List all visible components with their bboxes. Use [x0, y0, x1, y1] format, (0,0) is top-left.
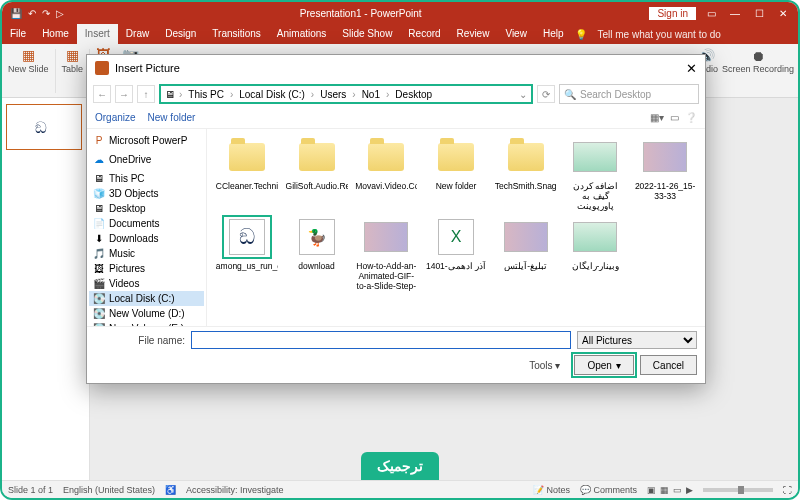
dialog-icon [95, 61, 109, 75]
file-item[interactable]: TechSmith.SnagIt.2020.1.3.6046.Portable.… [492, 135, 560, 211]
file-item[interactable]: CCleaner.Technician.6.05.10110.Portable [213, 135, 281, 211]
chevron-down-icon: ▾ [616, 360, 621, 371]
pc-icon: 🖥 [165, 89, 175, 100]
accessibility-status[interactable]: Accessibility: Investigate [186, 485, 284, 495]
slide-indicator: Slide 1 of 1 [8, 485, 53, 495]
chevron-down-icon[interactable]: ⌄ [519, 89, 527, 100]
new-slide-button[interactable]: ▦ New Slide [2, 44, 55, 97]
tab-view[interactable]: View [497, 24, 535, 44]
nav-onedrive[interactable]: ☁OneDrive [89, 152, 204, 167]
preview-pane-icon[interactable]: ▭ [670, 112, 679, 123]
start-icon[interactable]: ▷ [56, 8, 64, 19]
filter-select[interactable]: All Pictures [577, 331, 697, 349]
nav-pictures[interactable]: 🖼Pictures [89, 261, 204, 276]
notes-button[interactable]: 📝 Notes [533, 485, 570, 495]
save-icon[interactable]: 💾 [10, 8, 22, 19]
tab-design[interactable]: Design [157, 24, 204, 44]
breadcrumb[interactable]: 🖥› This PC› Local Disk (C:)› Users› No1›… [159, 84, 533, 104]
minimize-icon[interactable]: — [726, 8, 744, 19]
title-bar: 💾 ↶ ↷ ▷ Presentation1 - PowerPoint Sign … [2, 2, 798, 24]
up-button[interactable]: ↑ [137, 85, 155, 103]
status-bar: Slide 1 of 1 English (United States) ♿ A… [2, 480, 798, 498]
filename-label: File name: [95, 335, 185, 346]
maximize-icon[interactable]: ☐ [750, 8, 768, 19]
watermark-brand: ترجمیک [361, 452, 439, 480]
forward-button[interactable]: → [115, 85, 133, 103]
nav-drive-c[interactable]: 💽Local Disk (C:) [89, 291, 204, 306]
search-input[interactable]: 🔍 Search Desktop [559, 84, 699, 104]
zoom-slider[interactable] [703, 488, 773, 492]
tab-record[interactable]: Record [400, 24, 448, 44]
organize-menu[interactable]: Organize [95, 112, 136, 123]
slide-thumb-1[interactable]: ඞ [6, 104, 82, 150]
file-item[interactable]: تبلیغ-آیلتس [492, 215, 560, 291]
comments-button[interactable]: 💬 Comments [580, 485, 637, 495]
screen-rec-icon: ⏺ [751, 48, 765, 64]
nav-music[interactable]: 🎵Music [89, 246, 204, 261]
tab-insert[interactable]: Insert [77, 24, 118, 44]
back-button[interactable]: ← [93, 85, 111, 103]
tab-transitions[interactable]: Transitions [204, 24, 269, 44]
nav-thispc[interactable]: 🖥This PC [89, 171, 204, 186]
dialog-close-button[interactable]: ✕ [686, 61, 697, 76]
new-folder-button[interactable]: New folder [148, 112, 196, 123]
help-icon[interactable]: ❔ [685, 112, 697, 123]
file-item[interactable]: 2022-11-26_15-33-33 [631, 135, 699, 211]
nav-documents[interactable]: 📄Documents [89, 216, 204, 231]
search-icon: 🔍 [564, 89, 576, 100]
tools-menu[interactable]: Tools ▾ [529, 360, 560, 371]
tab-help[interactable]: Help [535, 24, 572, 44]
cancel-button[interactable]: Cancel [640, 355, 697, 375]
tab-file[interactable]: File [2, 24, 34, 44]
quick-access-toolbar: 💾 ↶ ↷ ▷ [2, 8, 72, 19]
language-indicator[interactable]: English (United States) [63, 485, 155, 495]
file-item[interactable]: Movavi.Video.Converter.22.3.0.Portable [352, 135, 420, 211]
nav-powerpoint[interactable]: PMicrosoft PowerP [89, 133, 204, 148]
ribbon-options-icon[interactable]: ▭ [702, 8, 720, 19]
file-item[interactable]: ඞamong_us_run_dribbble [213, 215, 281, 291]
nav-drive-d[interactable]: 💽New Volume (D:) [89, 306, 204, 321]
nav-pane: PMicrosoft PowerP ☁OneDrive 🖥This PC 🧊3D… [87, 129, 207, 326]
file-item[interactable]: وبینار-رایگان [562, 215, 630, 291]
fit-icon[interactable]: ⛶ [783, 485, 792, 495]
tab-review[interactable]: Review [449, 24, 498, 44]
file-list: CCleaner.Technician.6.05.10110.PortableG… [207, 129, 705, 326]
ribbon-tabs: File Home Insert Draw Design Transitions… [2, 24, 798, 44]
tab-slideshow[interactable]: Slide Show [334, 24, 400, 44]
insert-picture-dialog: Insert Picture ✕ ← → ↑ 🖥› This PC› Local… [86, 54, 706, 384]
filename-input[interactable] [191, 331, 571, 349]
file-item[interactable]: Xآذر ادهمی-1401 [422, 215, 490, 291]
accessibility-icon: ♿ [165, 485, 176, 495]
tell-me-input[interactable]: Tell me what you want to do [597, 29, 720, 40]
tab-home[interactable]: Home [34, 24, 77, 44]
open-button[interactable]: Open▾ [574, 355, 633, 375]
tab-draw[interactable]: Draw [118, 24, 157, 44]
slideshow-view-icon[interactable]: ▶ [686, 485, 693, 495]
undo-icon[interactable]: ↶ [28, 8, 36, 19]
close-icon[interactable]: ✕ [774, 8, 792, 19]
window-title: Presentation1 - PowerPoint [72, 8, 649, 19]
nav-3dobjects[interactable]: 🧊3D Objects [89, 186, 204, 201]
nav-downloads[interactable]: ⬇Downloads [89, 231, 204, 246]
file-item[interactable]: 🦆download [283, 215, 351, 291]
redo-icon[interactable]: ↷ [42, 8, 50, 19]
reading-view-icon[interactable]: ▭ [673, 485, 682, 495]
sign-in-button[interactable]: Sign in [649, 7, 696, 20]
file-item[interactable]: How-to-Add-an-Animated-GIF-to-a-Slide-St… [352, 215, 420, 291]
file-item[interactable]: GiliSoft.Audio.Recorder.Pro.11.3.Portabl… [283, 135, 351, 211]
nav-videos[interactable]: 🎬Videos [89, 276, 204, 291]
among-us-icon: ඞ [35, 119, 47, 137]
file-item[interactable]: New folder [422, 135, 490, 211]
normal-view-icon[interactable]: ▣ [647, 485, 656, 495]
sorter-view-icon[interactable]: ▦ [660, 485, 669, 495]
dialog-title: Insert Picture [115, 62, 180, 74]
view-menu-icon[interactable]: ▦▾ [650, 112, 664, 123]
table-button[interactable]: ▦ Table [56, 44, 90, 97]
screen-recording-button[interactable]: ⏺Screen Recording [722, 48, 794, 74]
nav-desktop[interactable]: 🖥Desktop [89, 201, 204, 216]
slide-thumbnails: ඞ [2, 98, 90, 480]
file-item[interactable]: اضافه کردن گیف به پاورپوینت [562, 135, 630, 211]
tell-me-icon: 💡 [575, 29, 587, 40]
tab-animations[interactable]: Animations [269, 24, 334, 44]
refresh-button[interactable]: ⟳ [537, 85, 555, 103]
